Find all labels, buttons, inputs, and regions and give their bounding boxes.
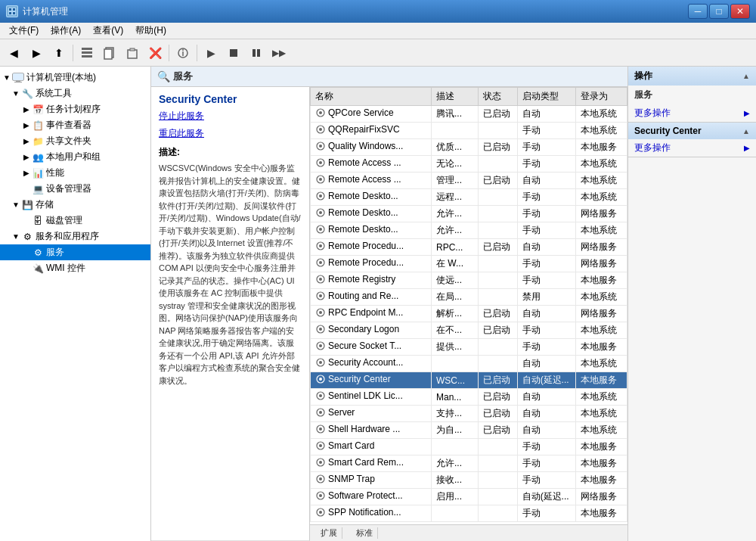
- play-button[interactable]: ▶: [200, 42, 222, 64]
- folder-icon: 📁: [32, 135, 44, 148]
- service-status: [479, 272, 517, 289]
- tree-disk-manager[interactable]: ▶ 🗄 磁盘管理: [0, 213, 150, 229]
- service-name: Remote Access ...: [328, 174, 401, 185]
- tree-system-tools[interactable]: ▼ 🔧 系统工具: [0, 86, 150, 101]
- table-row[interactable]: Security Account... 自动本地系统: [311, 356, 627, 372]
- table-row[interactable]: Smart Card 手动本地服务: [311, 439, 627, 455]
- back-button[interactable]: ◀: [3, 42, 24, 64]
- status-expand[interactable]: 扩展: [316, 527, 342, 539]
- properties-button[interactable]: [172, 42, 194, 64]
- tools-icon: 🔧: [21, 88, 33, 100]
- menu-help[interactable]: 帮助(H): [129, 23, 172, 39]
- table-row[interactable]: Remote Registry 使远...手动本地服务: [311, 272, 627, 289]
- table-row[interactable]: Remote Procedu... 在 W...手动网络服务: [311, 256, 627, 272]
- table-row[interactable]: QQRepairFixSVC 手动本地系统: [311, 123, 627, 139]
- col-desc[interactable]: 描述: [432, 88, 479, 106]
- stop-service-link[interactable]: 停止此服务: [159, 110, 204, 123]
- table-row[interactable]: Secure Socket T... 提供...手动本地服务: [311, 339, 627, 356]
- col-name[interactable]: 名称: [311, 88, 432, 106]
- service-status: 已启动: [479, 306, 517, 322]
- col-logon[interactable]: 登录为: [575, 88, 627, 106]
- service-startType: 自动(延迟...: [517, 489, 575, 505]
- pause-button[interactable]: [246, 42, 267, 64]
- table-row[interactable]: Smart Card Rem... 允许...手动本地服务: [311, 455, 627, 472]
- table-row[interactable]: Server 支持...已启动自动本地系统: [311, 406, 627, 422]
- tree-device-manager[interactable]: ▶ 💻 设备管理器: [0, 181, 150, 197]
- service-status: [479, 489, 517, 505]
- service-logon: 本地系统: [575, 322, 627, 339]
- service-logon: 本地系统: [575, 222, 627, 239]
- close-button[interactable]: ✕: [730, 4, 750, 19]
- table-row[interactable]: Quality Windows... 优质...已启动手动本地服务: [311, 139, 627, 156]
- tree-shared-folders[interactable]: ▶ 📁 共享文件夹: [0, 133, 150, 149]
- arrow-root: ▼: [2, 73, 12, 82]
- table-row[interactable]: SPP Notification... 手动本地服务: [311, 505, 627, 522]
- menu-view[interactable]: 查看(V): [87, 23, 129, 39]
- table-row[interactable]: Secondary Logon 在不...已启动手动本地系统: [311, 322, 627, 339]
- table-row[interactable]: Sentinel LDK Lic... Man...已启动自动本地系统: [311, 389, 627, 406]
- tree-services-apps[interactable]: ▼ ⚙ 服务和应用程序: [0, 229, 150, 244]
- service-status: [479, 123, 517, 139]
- service-status: [479, 439, 517, 455]
- service-logon: 网络服务: [575, 306, 627, 322]
- table-row[interactable]: Security Center WSC...已启动自动(延迟...本地服务: [311, 372, 627, 389]
- table-scroll-area[interactable]: 名称 描述 状态 启动类型 登录为 QPCore Service 腾讯...已启…: [310, 87, 627, 524]
- service-startType: 自动: [517, 239, 575, 256]
- tree-services[interactable]: ▶ ⚙ 服务: [0, 244, 150, 260]
- svg-point-59: [319, 411, 322, 414]
- up-button[interactable]: ⬆: [48, 42, 70, 64]
- minimize-button[interactable]: ─: [688, 4, 708, 19]
- svg-point-71: [319, 511, 322, 514]
- right-panel-more-actions-2[interactable]: 更多操作 ▶: [628, 139, 756, 157]
- service-logon: 本地系统: [575, 356, 627, 372]
- copy-button[interactable]: [99, 42, 120, 64]
- computer-icon: [12, 72, 24, 84]
- search-icon: 🔍: [157, 70, 170, 82]
- table-row[interactable]: Routing and Re... 在局...禁用本地系统: [311, 289, 627, 306]
- col-status[interactable]: 状态: [479, 88, 517, 106]
- svg-rect-3: [9, 12, 11, 14]
- tree-storage[interactable]: ▼ 💾 存储: [0, 197, 150, 213]
- table-row[interactable]: Remote Access ... 无论...手动本地系统: [311, 156, 627, 173]
- show-hide-button[interactable]: [76, 42, 98, 64]
- table-row[interactable]: Remote Deskto... 远程...手动本地系统: [311, 189, 627, 206]
- forward-button[interactable]: ▶: [26, 42, 47, 64]
- restart-service-link[interactable]: 重启此服务: [159, 127, 204, 140]
- table-row[interactable]: Shell Hardware ... 为自...已启动自动本地系统: [311, 422, 627, 439]
- tree-event-viewer[interactable]: ▶ 📋 事件查看器: [0, 117, 150, 133]
- table-row[interactable]: QPCore Service 腾讯...已启动自动本地系统: [311, 106, 627, 123]
- table-row[interactable]: Remote Deskto... 允许...手动网络服务: [311, 206, 627, 222]
- table-row[interactable]: SNMP Trap 接收...手动本地服务: [311, 472, 627, 489]
- maximize-button[interactable]: □: [709, 4, 729, 19]
- service-name: SNMP Trap: [328, 474, 375, 484]
- tree-wmi[interactable]: ▶ 🔌 WMI 控件: [0, 260, 150, 276]
- status-standard[interactable]: 标准: [352, 527, 378, 539]
- service-logon: 本地系统: [575, 422, 627, 439]
- service-status: 已启动: [479, 239, 517, 256]
- table-row[interactable]: Software Protect... 启用...自动(延迟...网络服务: [311, 489, 627, 505]
- tree-local-users[interactable]: ▶ 👥 本地用户和组: [0, 149, 150, 165]
- menu-file[interactable]: 文件(F): [3, 23, 45, 39]
- svg-rect-5: [82, 48, 92, 50]
- delete-button[interactable]: ❌: [144, 42, 166, 64]
- restart-button[interactable]: ▶▶: [268, 42, 290, 64]
- stop-button[interactable]: [223, 42, 244, 64]
- menu-action[interactable]: 操作(A): [45, 23, 87, 39]
- table-row[interactable]: RPC Endpoint M... 解析...已启动自动网络服务: [311, 306, 627, 322]
- tree-services-label: 服务: [46, 246, 147, 259]
- tree-performance[interactable]: ▶ 📊 性能: [0, 165, 150, 181]
- service-desc: 启用...: [432, 489, 479, 505]
- window-controls[interactable]: ─ □ ✕: [688, 4, 750, 19]
- services-tbody: QPCore Service 腾讯...已启动自动本地系统 QQRepairFi…: [311, 106, 627, 522]
- service-startType: 自动: [517, 406, 575, 422]
- service-actions: 停止此服务: [159, 110, 302, 123]
- col-start-type[interactable]: 启动类型: [517, 88, 575, 106]
- table-row[interactable]: Remote Access ... 管理...已启动自动本地系统: [311, 173, 627, 189]
- table-row[interactable]: Remote Deskto... 允许...手动本地系统: [311, 222, 627, 239]
- middle-panel: 🔍 服务 Security Center 停止此服务 重启此服务 描述: WSC…: [151, 67, 627, 541]
- table-row[interactable]: Remote Procedu... RPC...已启动自动网络服务: [311, 239, 627, 256]
- right-panel-more-actions-1[interactable]: 更多操作 ▶: [628, 104, 756, 122]
- tree-task-scheduler[interactable]: ▶ 📅 任务计划程序: [0, 101, 150, 117]
- tree-root[interactable]: ▼ 计算机管理(本地): [0, 70, 150, 86]
- paste-button[interactable]: [122, 42, 143, 64]
